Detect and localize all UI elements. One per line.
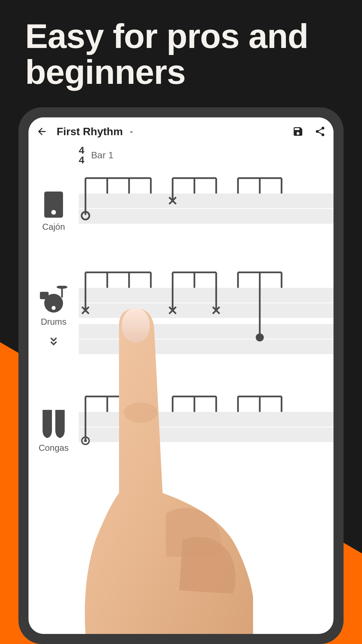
time-sig-top: 4 xyxy=(79,146,84,155)
note-cross[interactable]: ✕ xyxy=(167,303,178,318)
save-button[interactable] xyxy=(291,124,305,139)
staff-congas[interactable] xyxy=(79,393,334,447)
track-cajon: Cajón xyxy=(28,175,334,232)
congas-icon xyxy=(41,410,67,439)
instrument-selector-drums[interactable]: Drums xyxy=(28,286,79,348)
staff-lane xyxy=(79,288,334,303)
note-cross[interactable]: ✕ xyxy=(167,194,178,208)
note-dot[interactable] xyxy=(256,333,264,341)
save-icon xyxy=(292,126,304,137)
svg-point-17 xyxy=(57,286,67,289)
bar-label: Bar 1 xyxy=(91,150,114,161)
note-open[interactable] xyxy=(81,211,90,220)
promo-headline: Easy for pros and beginners xyxy=(25,18,337,90)
chevrons-down-icon xyxy=(48,337,59,347)
song-title-text: First Rhythm xyxy=(57,125,123,138)
staff-lane xyxy=(79,427,334,442)
share-icon xyxy=(314,126,326,137)
song-title-dropdown[interactable]: First Rhythm xyxy=(57,125,135,138)
track-drums: Drums xyxy=(28,269,334,356)
chevron-down-icon xyxy=(128,128,135,136)
cajon-icon xyxy=(44,192,63,218)
staff-drums[interactable]: ✕ ✕ ✕ xyxy=(79,269,334,356)
instrument-label: Congas xyxy=(39,443,69,453)
instrument-label: Cajón xyxy=(42,222,65,232)
instrument-selector-congas[interactable]: Congas xyxy=(28,410,79,453)
staff-lane xyxy=(79,194,334,208)
share-button[interactable] xyxy=(313,124,327,139)
app-screen: First Rhythm 4 4 Bar 1 xyxy=(28,117,334,634)
time-signature[interactable]: 4 4 xyxy=(79,146,84,165)
note-cross[interactable]: ✕ xyxy=(80,303,91,318)
bar-meta: 4 4 Bar 1 xyxy=(79,146,334,165)
track-congas: Congas xyxy=(28,393,334,453)
staff-lane xyxy=(79,412,334,427)
drums-icon xyxy=(39,286,69,313)
phone-frame: First Rhythm 4 4 Bar 1 xyxy=(18,107,344,644)
back-button[interactable] xyxy=(35,124,49,139)
staff-lane xyxy=(79,339,334,354)
instrument-selector-cajon[interactable]: Cajón xyxy=(28,192,79,232)
tracks-container: Cajón xyxy=(28,175,334,453)
note-target[interactable] xyxy=(81,436,90,445)
time-sig-bottom: 4 xyxy=(79,155,84,165)
staff-lane xyxy=(79,324,334,339)
app-bar: First Rhythm xyxy=(28,117,334,142)
svg-point-1 xyxy=(51,210,56,215)
instrument-label: Drums xyxy=(41,317,67,327)
note-cross[interactable]: ✕ xyxy=(211,303,222,318)
expand-track-button[interactable] xyxy=(48,337,59,348)
staff-lane xyxy=(79,303,334,318)
arrow-left-icon xyxy=(36,126,48,137)
staff-cajon[interactable]: ✕ xyxy=(79,175,334,228)
svg-point-19 xyxy=(52,306,56,310)
staff-lane xyxy=(79,209,334,224)
